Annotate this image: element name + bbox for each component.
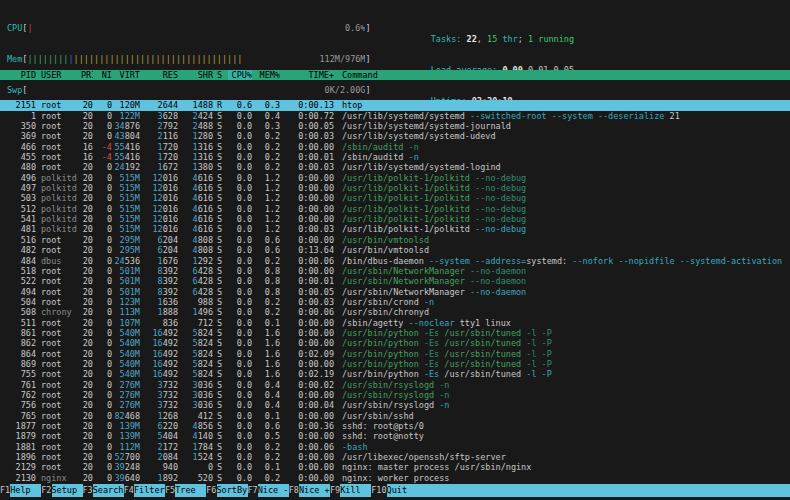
fkey-kill[interactable]: F9Kill — [330, 484, 371, 497]
fkey-quit[interactable]: F10Quit — [371, 484, 790, 497]
process-row[interactable]: 1879root200139M54044140S0.00.50:00.00ssh… — [0, 431, 790, 441]
fkey-nice-down[interactable]: F7Nice - — [248, 484, 289, 497]
cell-res: 8392 — [140, 276, 178, 286]
process-row[interactable]: 756root200276M37323036S0.00.40:00.04/usr… — [0, 400, 790, 410]
fkey-filter[interactable]: F4Filter — [124, 484, 165, 497]
cell-pid: 511 — [0, 318, 36, 328]
cell-mem-percent: 0.1 — [252, 411, 280, 421]
cell-virt: 295M — [112, 245, 140, 255]
cell-cpu-percent: 0.0 — [228, 452, 252, 462]
running-count: 1 running — [528, 34, 574, 44]
column-header-pid[interactable]: PID — [0, 70, 36, 80]
process-row[interactable]: 482root200295M62044808S0.00.60:13.64/usr… — [0, 245, 790, 255]
process-row[interactable]: 481polkitd200515M120164616S0.01.20:00.03… — [0, 224, 790, 234]
cell-command: /sbin/agetty --noclear tty1 linux — [334, 318, 790, 328]
process-row[interactable]: 2129root200392489400S0.00.10:00.00nginx:… — [0, 462, 790, 472]
cell-user: polkitd — [41, 183, 81, 193]
process-row[interactable]: 1877root200139M62204856S0.00.60:00.36ssh… — [0, 421, 790, 431]
fkey-number: F8 — [289, 484, 299, 497]
cell-pid: 466 — [0, 142, 36, 152]
process-row[interactable]: 494root200501M83926428S0.00.80:00.05/usr… — [0, 287, 790, 297]
cell-cpu-percent: 0.0 — [228, 204, 252, 214]
fkey-setup[interactable]: F2Setup — [41, 484, 82, 497]
column-header-cmd[interactable]: Command — [334, 70, 790, 80]
process-row[interactable]: 765root200824681268412S0.00.10:00.00/usr… — [0, 411, 790, 421]
process-row[interactable]: 518root200501M83926428S0.00.80:00.00/usr… — [0, 266, 790, 276]
cell-res: 3732 — [140, 390, 178, 400]
process-row[interactable]: 1root200122M36282424S0.00.40:00.72/usr/l… — [0, 111, 790, 121]
process-row[interactable]: 504root200123M1636988S0.00.20:00.03/usr/… — [0, 297, 790, 307]
cell-res: 16492 — [140, 328, 178, 338]
cell-virt: 112M — [112, 442, 140, 452]
process-row[interactable]: 508chrony200113M18881496S0.00.20:00.06/u… — [0, 307, 790, 317]
process-row[interactable]: 761root200276M37323036S0.00.40:00.02/usr… — [0, 380, 790, 390]
fkey-tree[interactable]: F5Tree — [165, 484, 206, 497]
cell-virt: 55416 — [112, 142, 140, 152]
cell-time: 0:00.13 — [280, 100, 334, 110]
column-header-pri[interactable]: PRI — [81, 70, 93, 80]
fkey-search[interactable]: F3Search — [83, 484, 124, 497]
cell-mem-percent: 1.6 — [252, 338, 280, 348]
column-header-res[interactable]: RES — [140, 70, 178, 80]
process-row[interactable]: 862root200540M164925824S0.01.60:00.00/us… — [0, 338, 790, 348]
cell-shr: 520 — [178, 473, 213, 483]
process-row[interactable]: 522root200501M83926428S0.00.80:00.01/usr… — [0, 276, 790, 286]
cell-pid: 1877 — [0, 421, 36, 431]
column-header-ni[interactable]: NI — [93, 70, 112, 80]
cell-mem-percent: 0.2 — [252, 131, 280, 141]
column-header-virt[interactable]: VIRT — [112, 70, 140, 80]
cell-pid: 765 — [0, 411, 36, 421]
process-row[interactable]: 516root200295M62044808S0.00.60:00.00/usr… — [0, 235, 790, 245]
process-row[interactable]: 755root200540M164925824S0.01.60:02.19/us… — [0, 369, 790, 379]
cell-command: /usr/sbin/NetworkManager --no-daemon — [334, 266, 790, 276]
process-row[interactable]: 1881root200112M21721784S0.00.20:00.06-ba… — [0, 442, 790, 452]
cell-virt: 52700 — [112, 452, 140, 462]
process-row[interactable]: 480root2002419216721380S0.00.20:00.03/us… — [0, 162, 790, 172]
column-header-mem[interactable]: MEM% — [252, 70, 280, 80]
cell-command: /usr/sbin/crond -n — [334, 297, 790, 307]
process-row[interactable]: 864root200540M164925824S0.01.60:02.09/us… — [0, 349, 790, 359]
process-row[interactable]: 369root2004380421161280S0.00.20:00.03/us… — [0, 131, 790, 141]
process-row[interactable]: 1896root2005270020841524S0.00.20:00.00/u… — [0, 452, 790, 462]
column-header-time[interactable]: TIME+ — [280, 70, 334, 80]
process-row[interactable]: 861root200540M164925824S0.01.60:00.00/us… — [0, 328, 790, 338]
column-header-cpu[interactable]: CPU% — [228, 70, 252, 80]
process-row[interactable]: 496polkitd200515M120164616S0.01.20:00.00… — [0, 173, 790, 183]
fkey-nice-up[interactable]: F8Nice + — [289, 484, 330, 497]
cell-user: root — [41, 462, 81, 472]
cell-user: root — [41, 162, 81, 172]
process-row[interactable]: 869root200540M164925824S0.01.60:00.00/us… — [0, 359, 790, 369]
cell-time: 0:00.03 — [280, 224, 334, 234]
fkey-help[interactable]: F1Help — [0, 484, 41, 497]
cell-virt: 122M — [112, 111, 140, 121]
column-header-user[interactable]: USER — [41, 70, 81, 80]
process-row[interactable]: 497polkitd200515M120164616S0.01.20:00.00… — [0, 183, 790, 193]
process-row[interactable]: 466root16-45541617201316S0.00.20:00.00/s… — [0, 142, 790, 152]
process-row[interactable]: 455root16-45541617201316S0.00.20:00.01/s… — [0, 152, 790, 162]
process-row[interactable]: 762root200276M37323036S0.00.40:00.00/usr… — [0, 390, 790, 400]
cell-pid: 541 — [0, 214, 36, 224]
cell-pri: 20 — [81, 431, 93, 441]
process-row[interactable]: 503polkitd200515M120164616S0.01.20:00.00… — [0, 193, 790, 203]
cell-state: S — [213, 380, 228, 390]
column-header-st[interactable]: S — [213, 70, 228, 80]
cell-mem-percent: 0.4 — [252, 111, 280, 121]
process-row-selected[interactable]: 2151root200120M26441488R0.60.30:00.13hto… — [0, 100, 790, 110]
process-row[interactable]: 484dbus2002453616761292S0.00.20:00.06/bi… — [0, 256, 790, 266]
process-row[interactable]: 541polkitd200515M120164616S0.01.20:00.00… — [0, 214, 790, 224]
process-row[interactable]: 511root200107M836712S0.00.10:00.00/sbin/… — [0, 318, 790, 328]
fkey-label: SortBy — [217, 484, 248, 497]
cell-nice: 0 — [93, 173, 112, 183]
cell-mem-percent: 0.2 — [252, 452, 280, 462]
cell-pid: 1896 — [0, 452, 36, 462]
fkey-sortby[interactable]: F6SortBy — [206, 484, 247, 497]
process-row[interactable]: 350root2003487627922488S0.00.30:00.05/us… — [0, 121, 790, 131]
cell-time: 0:00.00 — [280, 142, 334, 152]
process-row[interactable]: 2130nginx200396401892520S0.00.20:00.00ng… — [0, 473, 790, 483]
cell-res: 836 — [140, 318, 178, 328]
cell-pri: 20 — [81, 380, 93, 390]
cell-pri: 20 — [81, 193, 93, 203]
cell-nice: 0 — [93, 318, 112, 328]
column-header-shr[interactable]: SHR — [178, 70, 213, 80]
process-row[interactable]: 512polkitd200515M120164616S0.01.20:00.00… — [0, 204, 790, 214]
